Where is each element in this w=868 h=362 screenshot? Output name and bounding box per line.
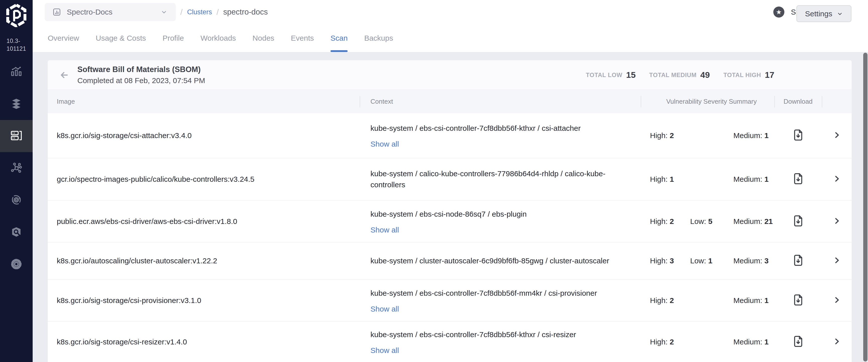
sidebar-nav <box>0 56 33 281</box>
chevron-down-icon <box>837 11 843 17</box>
tab-nodes[interactable]: Nodes <box>252 24 274 52</box>
tab-profile[interactable]: Profile <box>162 24 184 52</box>
download-sbom-icon[interactable] <box>793 293 804 307</box>
total-medium-value: 49 <box>700 70 710 80</box>
context-text: kube-system / calico-kube-controllers-77… <box>370 168 635 190</box>
settings-button[interactable]: Settings <box>797 5 851 22</box>
tab-scan[interactable]: Scan <box>331 24 348 52</box>
row-chevron-right-icon[interactable] <box>833 256 841 266</box>
scan-search-icon <box>10 226 23 239</box>
severity-summary: High: 3Low: 1Medium: 3 <box>641 242 774 279</box>
page-title: Software Bill of Materials (SBOM) <box>78 65 205 74</box>
breadcrumb-current-cluster: spectro-docs <box>223 7 268 17</box>
download-sbom-icon[interactable] <box>793 254 804 268</box>
sidebar-item-workspaces[interactable] <box>0 152 33 184</box>
severity-low: Low: 5 <box>690 217 712 226</box>
sidebar-item-profiles[interactable] <box>0 88 33 120</box>
sidebar-item-settings[interactable] <box>0 249 33 281</box>
tab-usage-costs[interactable]: Usage & Costs <box>96 24 146 52</box>
palette-logo[interactable] <box>0 0 33 27</box>
image-name: k8s.gcr.io/autoscaling/cluster-autoscale… <box>57 257 217 265</box>
sidebar-item-audit[interactable] <box>0 217 33 249</box>
severity-medium: Medium: 21 <box>733 217 773 226</box>
severity-low: Low: 1 <box>690 257 712 265</box>
project-selector[interactable]: Spectro-Docs <box>45 3 176 21</box>
download-sbom-icon[interactable] <box>793 172 804 186</box>
context-text: kube-system / ebs-csi-controller-7cf8dbb… <box>370 329 576 340</box>
table-body: k8s.gcr.io/sig-storage/csi-attacher:v3.4… <box>48 113 852 362</box>
tab-workloads[interactable]: Workloads <box>200 24 236 52</box>
download-sbom-icon[interactable] <box>793 215 804 228</box>
breadcrumb-separator: / <box>217 7 219 17</box>
download-sbom-icon[interactable] <box>793 129 804 142</box>
vertical-scrollbar[interactable] <box>863 53 868 362</box>
bar-chart-icon <box>52 7 61 17</box>
row-chevron-right-icon[interactable] <box>833 217 841 226</box>
severity-high: High: 1 <box>650 175 674 184</box>
table-row[interactable]: public.ecr.aws/ebs-csi-driver/aws-ebs-cs… <box>48 200 852 242</box>
stack-icon <box>10 97 23 111</box>
cluster-tab-bar: OverviewUsage & CostsProfileWorkloadsNod… <box>33 24 868 52</box>
context-text: kube-system / ebs-csi-controller-7cf8dbb… <box>370 123 581 134</box>
total-low-value: 15 <box>626 70 636 80</box>
total-medium: TOTAL MEDIUM 49 <box>649 70 710 80</box>
version-label: 10.3- 101121 <box>6 37 33 53</box>
show-all-link[interactable]: Show all <box>370 226 399 234</box>
severity-summary: High: 2Medium: 1 <box>641 322 774 362</box>
tab-backups[interactable]: Backups <box>364 24 393 52</box>
total-high-value: 17 <box>765 70 774 80</box>
sidebar-item-monitoring[interactable] <box>0 56 33 88</box>
severity-medium: Medium: 3 <box>733 257 769 265</box>
column-header-download: Download <box>774 98 822 105</box>
severity-totals: TOTAL LOW 15 TOTAL MEDIUM 49 TOTAL HIGH … <box>586 70 774 80</box>
top-bar: Spectro-Docs / Clusters / spectro-docs ★… <box>33 0 868 24</box>
column-divider <box>641 96 641 107</box>
image-name: k8s.gcr.io/sig-storage/csi-provisioner:v… <box>57 296 201 305</box>
show-all-link[interactable]: Show all <box>370 346 399 355</box>
chevron-down-icon <box>161 9 167 15</box>
total-high: TOTAL HIGH 17 <box>723 70 774 80</box>
total-low-label: TOTAL LOW <box>586 71 622 78</box>
severity-summary: High: 2Medium: 1 <box>641 279 774 321</box>
star-icon: ★ <box>773 6 784 18</box>
show-all-link[interactable]: Show all <box>370 305 399 313</box>
scan-completed-timestamp: Completed at 08 Feb, 2023, 07:54 PM <box>78 76 205 85</box>
breadcrumb: / Clusters / spectro-docs <box>180 7 268 17</box>
tab-overview[interactable]: Overview <box>48 24 79 52</box>
sidebar-item-registries[interactable] <box>0 184 33 217</box>
context-text: kube-system / cluster-autoscaler-6c9d9bf… <box>370 255 609 266</box>
row-chevron-right-icon[interactable] <box>833 131 841 140</box>
row-chevron-right-icon[interactable] <box>833 174 841 184</box>
table-row[interactable]: k8s.gcr.io/autoscaling/cluster-autoscale… <box>48 242 852 279</box>
severity-medium: Medium: 1 <box>733 296 769 305</box>
sbom-card: Software Bill of Materials (SBOM) Comple… <box>48 60 852 362</box>
table-row[interactable]: k8s.gcr.io/sig-storage/csi-resizer:v1.4.… <box>48 321 852 362</box>
context-text: kube-system / ebs-csi-node-86sq7 / ebs-p… <box>370 209 527 220</box>
project-selector-label: Spectro-Docs <box>67 8 113 16</box>
context-text: kube-system / ebs-csi-controller-7cf8dbb… <box>370 288 597 299</box>
column-divider <box>822 96 822 107</box>
sidebar-item-clusters[interactable] <box>0 120 33 152</box>
severity-high: High: 3 <box>650 257 674 265</box>
sidebar: 10.3- 101121 <box>0 0 33 362</box>
column-divider <box>774 96 775 107</box>
breadcrumb-separator: / <box>180 7 183 17</box>
row-chevron-right-icon[interactable] <box>833 337 841 347</box>
cluster-list-icon <box>10 129 23 143</box>
severity-high: High: 2 <box>650 131 674 140</box>
table-row[interactable]: k8s.gcr.io/sig-storage/csi-attacher:v3.4… <box>48 113 852 158</box>
column-header-image: Image <box>48 98 360 105</box>
show-all-link[interactable]: Show all <box>370 140 399 149</box>
network-icon <box>10 161 23 175</box>
table-row[interactable]: gcr.io/spectro-images-public/calico/kube… <box>48 158 852 200</box>
download-sbom-icon[interactable] <box>793 335 804 349</box>
severity-medium: Medium: 1 <box>733 175 769 184</box>
tab-events[interactable]: Events <box>291 24 314 52</box>
image-name: k8s.gcr.io/sig-storage/csi-attacher:v3.4… <box>57 131 192 140</box>
row-chevron-right-icon[interactable] <box>833 296 841 305</box>
analytics-icon <box>10 65 23 78</box>
arrow-left-icon <box>59 70 69 80</box>
breadcrumb-clusters-link[interactable]: Clusters <box>187 8 212 16</box>
back-button[interactable] <box>59 70 70 80</box>
table-row[interactable]: k8s.gcr.io/sig-storage/csi-provisioner:v… <box>48 279 852 321</box>
